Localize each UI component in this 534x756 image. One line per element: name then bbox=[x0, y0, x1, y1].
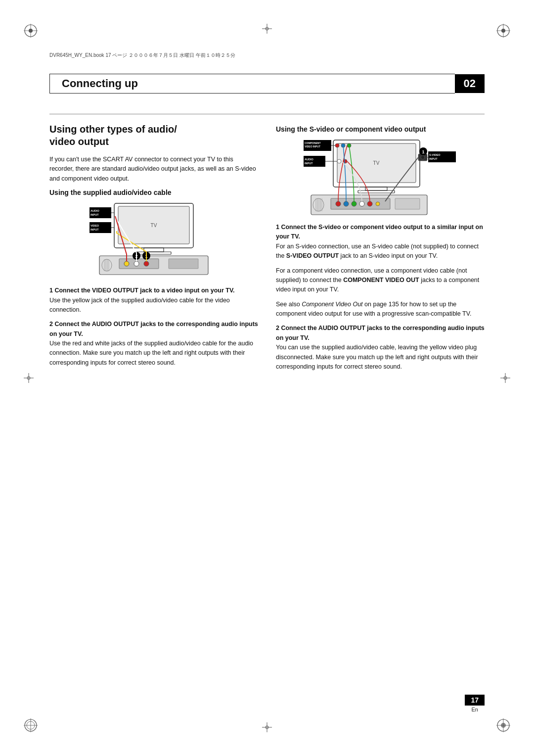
step1-left: 1 Connect the VIDEO OUTPUT jack to a vid… bbox=[49, 286, 258, 315]
page: DVR645H_WY_EN.book 17 ページ ２０００６年７月５日 水曜日… bbox=[0, 0, 534, 756]
reg-mark-bl bbox=[24, 718, 38, 732]
step1-right-p3: See also Component Video Out on page 135… bbox=[276, 300, 485, 319]
svg-text:INPUT: INPUT bbox=[90, 228, 99, 231]
cross-right bbox=[500, 373, 510, 383]
step1-right-p2: For a component video connection, use a … bbox=[276, 266, 485, 295]
step1-left-title: 1 Connect the VIDEO OUTPUT jack to a vid… bbox=[49, 287, 235, 294]
step2-left-text: Use the red and white jacks of the suppl… bbox=[49, 340, 253, 366]
svg-rect-51 bbox=[169, 259, 198, 269]
cross-top bbox=[262, 24, 272, 34]
svg-rect-31 bbox=[136, 252, 171, 254]
tv-diagram-right: TV COMPONENT VIDEO INPUT bbox=[304, 139, 457, 216]
svg-text:1: 1 bbox=[422, 149, 424, 154]
page-number: 17 bbox=[465, 695, 485, 706]
step1-left-text: Use the yellow jack of the supplied audi… bbox=[49, 297, 230, 313]
step1-right: 1 Connect the S-video or component video… bbox=[276, 223, 485, 261]
step2-right-text: You can use the supplied audio/video cab… bbox=[276, 344, 478, 370]
svg-point-92 bbox=[352, 201, 356, 206]
sub-title-cable: Using the supplied audio/video cable bbox=[49, 189, 258, 196]
svg-rect-59 bbox=[365, 187, 387, 190]
cross-bottom bbox=[262, 722, 272, 732]
tv-diagram-left: TV AUDIO INPUT VIDEO INPUT bbox=[89, 202, 218, 279]
two-column-layout: Using other types of audio/video output … bbox=[49, 123, 485, 377]
svg-text:S-VIDEO: S-VIDEO bbox=[429, 153, 441, 156]
chapter-header: Connecting up 02 bbox=[49, 73, 485, 94]
content-area: Using other types of audio/video output … bbox=[49, 114, 485, 697]
step1-right-text2: jack to an S-video input on your TV. bbox=[339, 252, 438, 259]
step1-italic1: Component Video Out bbox=[302, 301, 362, 308]
svg-text:COMPONENT: COMPONENT bbox=[305, 142, 321, 144]
reg-mark-tl bbox=[24, 24, 38, 38]
svg-text:VIDEO: VIDEO bbox=[90, 224, 99, 227]
svg-text:INPUT: INPUT bbox=[90, 213, 99, 216]
svg-point-48 bbox=[124, 261, 129, 266]
svg-text:AUDIO: AUDIO bbox=[305, 158, 313, 161]
right-column: Using the S-video or component video out… bbox=[276, 123, 485, 377]
top-divider bbox=[49, 114, 485, 114]
svg-text:TV: TV bbox=[151, 223, 157, 228]
svg-point-78 bbox=[421, 155, 425, 159]
svg-point-50 bbox=[144, 261, 149, 266]
svg-point-94 bbox=[367, 201, 372, 206]
svg-point-72 bbox=[337, 159, 341, 163]
reg-mark-br bbox=[496, 718, 510, 732]
page-language: En bbox=[471, 707, 478, 712]
main-title: Using other types of audio/video output bbox=[49, 123, 258, 148]
svg-point-49 bbox=[134, 261, 139, 266]
step1-right-title: 1 Connect the S-video or component video… bbox=[276, 224, 483, 240]
diagram-right-container: TV COMPONENT VIDEO INPUT bbox=[276, 139, 485, 216]
cross-left bbox=[24, 373, 34, 383]
page-number-area: 17 En bbox=[465, 695, 485, 712]
header-file-info: DVR645H_WY_EN.book 17 ページ ２０００６年７月５日 水曜日… bbox=[49, 52, 485, 59]
step1-bold2: COMPONENT VIDEO OUT bbox=[343, 277, 419, 284]
svg-point-91 bbox=[344, 201, 349, 206]
left-column: Using other types of audio/video output … bbox=[49, 123, 258, 377]
step2-left: 2 Connect the AUDIO OUTPUT jacks to the … bbox=[49, 320, 258, 368]
svg-point-65 bbox=[335, 143, 339, 147]
chapter-title: Connecting up bbox=[49, 74, 455, 94]
sub-title-svideo: Using the S-video or component video out… bbox=[276, 125, 485, 133]
chapter-number: 02 bbox=[455, 74, 485, 93]
svg-point-95 bbox=[376, 202, 380, 206]
svg-text:INPUT: INPUT bbox=[429, 157, 438, 160]
step2-right-title: 2 Connect the AUDIO OUTPUT jacks to the … bbox=[276, 325, 485, 341]
step2-left-title: 2 Connect the AUDIO OUTPUT jacks to the … bbox=[49, 321, 258, 337]
svg-point-93 bbox=[359, 201, 364, 206]
svg-text:TV: TV bbox=[373, 160, 380, 166]
svg-rect-30 bbox=[144, 248, 164, 252]
svg-text:AUDIO: AUDIO bbox=[90, 209, 99, 212]
step2-right: 2 Connect the AUDIO OUTPUT jacks to the … bbox=[276, 324, 485, 372]
svg-rect-60 bbox=[358, 190, 395, 193]
step1-bold1: S-VIDEO OUTPUT bbox=[286, 252, 339, 259]
intro-paragraph: If you can't use the SCART AV connector … bbox=[49, 155, 258, 184]
reg-mark-tr bbox=[496, 24, 510, 38]
svg-rect-96 bbox=[395, 198, 420, 209]
diagram-left-container: TV AUDIO INPUT VIDEO INPUT bbox=[49, 202, 258, 279]
svg-text:INPUT: INPUT bbox=[305, 162, 313, 165]
svg-text:VIDEO INPUT: VIDEO INPUT bbox=[305, 145, 320, 148]
svg-point-90 bbox=[336, 201, 341, 206]
step1-right-text5: See also bbox=[276, 301, 302, 308]
